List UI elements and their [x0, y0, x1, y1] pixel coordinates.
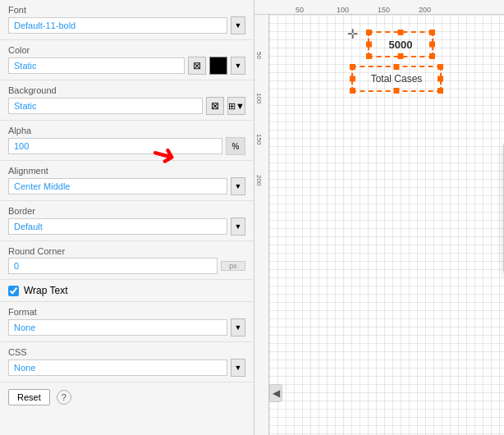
ruler-tick-left-50: 50	[255, 52, 263, 59]
total-handle-tr[interactable]	[438, 64, 443, 70]
background-pattern-btn[interactable]: ⊞▼	[227, 97, 245, 115]
alignment-field-group: Alignment Center Middle ▼	[0, 161, 254, 201]
font-value[interactable]: Default-11-bold	[8, 17, 227, 34]
canvas-panel: 50 100 150 200 50 100 150 200 ✛ 5000	[254, 0, 504, 435]
css-label: CSS	[8, 347, 245, 357]
round-corner-field-group: Round Corner 0 px	[0, 241, 254, 280]
color-value[interactable]: Static	[8, 57, 185, 74]
alpha-label: Alpha	[8, 126, 245, 135]
properties-panel: Font Default-11-bold ▼ Color Static ⊠ ▼ …	[0, 0, 254, 435]
total-handle-ml[interactable]	[350, 76, 355, 82]
reset-row: Reset ?	[0, 382, 254, 412]
background-value[interactable]: Static	[8, 98, 203, 114]
font-dropdown-arrow[interactable]: ▼	[231, 16, 245, 34]
format-field-group: Format None ▼	[0, 302, 254, 342]
handle-mr[interactable]	[429, 42, 435, 48]
alpha-value[interactable]: 100	[8, 138, 222, 154]
ruler-top: 50 100 150 200	[254, 0, 504, 15]
alpha-field-group: Alpha 100 %	[0, 121, 254, 161]
ruler-tick-left-100: 100	[255, 93, 263, 103]
border-field-group: Border Default ▼	[0, 201, 254, 241]
box-total-label: Total Cases	[371, 73, 423, 85]
color-swatch[interactable]	[209, 57, 227, 75]
css-value[interactable]: None	[8, 359, 227, 376]
css-dropdown-arrow[interactable]: ▼	[231, 359, 245, 377]
ruler-tick-100: 100	[337, 6, 349, 14]
total-handle-mr[interactable]	[438, 76, 443, 82]
alignment-value[interactable]: Center Middle	[8, 178, 227, 195]
reset-button[interactable]: Reset	[8, 389, 50, 405]
border-value[interactable]: Default	[8, 218, 227, 235]
total-handle-bm[interactable]	[394, 88, 400, 94]
format-dropdown-arrow[interactable]: ▼	[231, 318, 245, 337]
border-dropdown-arrow[interactable]: ▼	[231, 218, 245, 236]
handle-bl[interactable]	[366, 53, 372, 59]
ruler-left: 50 100 150 200	[254, 15, 269, 435]
alpha-percent-btn[interactable]: %	[226, 137, 245, 155]
background-label: Background	[8, 85, 245, 95]
alignment-label: Alignment	[8, 166, 245, 176]
handle-br[interactable]	[429, 53, 435, 59]
format-value[interactable]: None	[8, 319, 227, 336]
handle-bm[interactable]	[398, 53, 404, 59]
ruler-tick-150: 150	[378, 6, 390, 14]
ruler-tick-left-200: 200	[255, 175, 263, 185]
box-5000-label: 5000	[389, 39, 413, 51]
color-field-group: Color Static ⊠ ▼	[0, 40, 254, 80]
color-dropdown-arrow[interactable]: ▼	[231, 57, 245, 75]
css-field-group: CSS None ▼	[0, 342, 254, 382]
format-label: Format	[8, 307, 245, 317]
ruler-tick-200: 200	[419, 6, 431, 14]
handle-tl[interactable]	[366, 30, 372, 35]
wrap-text-checkbox[interactable]	[8, 286, 19, 296]
box-5000[interactable]: 5000	[368, 31, 433, 57]
handle-ml[interactable]	[366, 42, 372, 48]
color-label: Color	[8, 45, 245, 55]
total-handle-tl[interactable]	[350, 64, 355, 70]
canvas-nav-left-btn[interactable]: ◀	[269, 384, 282, 402]
round-corner-unit: px	[221, 261, 245, 271]
canvas-area: ✛ 5000 Total Cases ◀	[269, 15, 504, 435]
handle-tr[interactable]	[429, 30, 435, 35]
border-label: Border	[8, 206, 245, 216]
background-icon-btn[interactable]: ⊠	[206, 97, 224, 115]
round-corner-label: Round Corner	[8, 246, 245, 256]
ruler-tick-left-150: 150	[255, 134, 263, 144]
font-label: Font	[8, 5, 245, 15]
font-field-group: Font Default-11-bold ▼	[0, 0, 254, 40]
ruler-tick-50: 50	[296, 6, 304, 14]
help-icon[interactable]: ?	[57, 390, 71, 405]
wrap-text-row: Wrap Text	[0, 280, 254, 302]
round-corner-value[interactable]: 0	[8, 258, 218, 274]
background-field-group: Background Static ⊠ ⊞▼	[0, 80, 254, 121]
color-icon-btn[interactable]: ⊠	[188, 57, 206, 75]
move-cursor-icon: ✛	[347, 26, 358, 42]
alignment-dropdown-arrow[interactable]: ▼	[231, 177, 245, 195]
total-handle-bl[interactable]	[350, 88, 355, 94]
total-handle-br[interactable]	[438, 88, 443, 94]
total-handle-tm[interactable]	[394, 64, 400, 70]
box-total-cases[interactable]: Total Cases	[351, 66, 442, 92]
handle-tm[interactable]	[398, 30, 404, 35]
wrap-text-label: Wrap Text	[24, 285, 68, 296]
